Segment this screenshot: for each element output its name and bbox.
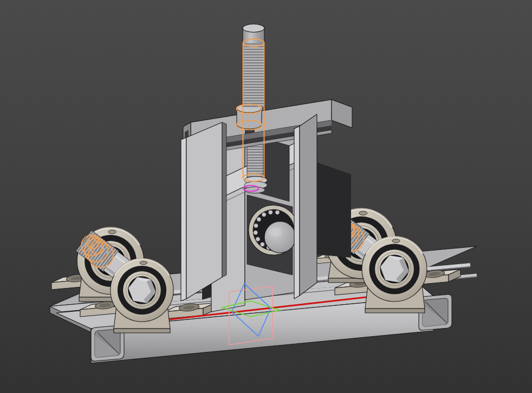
column-lower-window [247,195,299,275]
center-bearing[interactable] [249,205,299,255]
bearing-shaft [264,221,296,253]
scene-3d [0,0,532,393]
rod-collar[interactable] [237,104,262,129]
rod-top-cap [243,24,264,32]
cad-viewport[interactable] [0,0,532,393]
gusset-plate-right[interactable] [294,114,317,299]
threaded-rod[interactable] [243,24,264,108]
gusset-plate-left[interactable] [181,122,226,301]
channel-end-face [332,100,352,128]
